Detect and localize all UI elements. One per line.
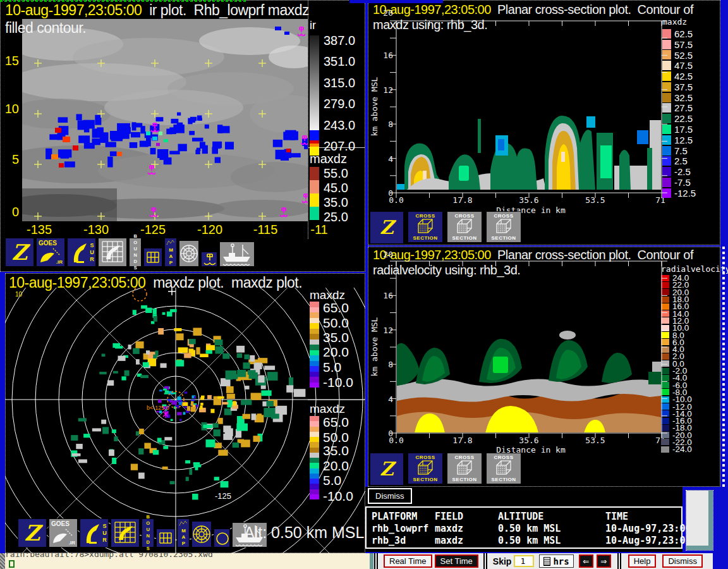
set-time-button[interactable]: Set Time: [435, 554, 478, 568]
terminal-window[interactable]: rain:beaufait:78>xdump.all 970810.2305.x…: [5, 553, 370, 569]
step-forward-button[interactable]: ⇒: [597, 554, 611, 568]
toolbar-icon-map[interactable]: MAP: [177, 518, 190, 548]
skip-input[interactable]: [514, 555, 534, 567]
scrollbar-widget[interactable]: [686, 491, 713, 550]
toolbar-icon-gridradar[interactable]: [98, 238, 127, 267]
range-rings-icon: [192, 522, 211, 547]
cross-label: CROSS: [494, 213, 514, 219]
toolbar-icon-sur[interactable]: SUR: [80, 518, 109, 548]
tick-label: 5: [12, 152, 19, 167]
section-label: SECTION: [452, 477, 476, 482]
toolbar-icon-sur[interactable]: SUR: [67, 238, 96, 267]
ir-toolbar: ZGOES.IRSURBOUNDSMAP: [5, 238, 255, 267]
tick-label: -10.0: [323, 489, 353, 504]
toolbar-icon-map[interactable]: MAP: [164, 238, 177, 267]
resize-grip[interactable]: [0, 553, 5, 569]
toolbar-icon-grid[interactable]: [156, 529, 175, 548]
toolbar-icon-z[interactable]: Z: [18, 518, 47, 548]
step-back-button[interactable]: ⇐: [579, 554, 593, 568]
toolbar-icon-bounds[interactable]: BOUNDS: [142, 518, 154, 548]
ppi-colorbar-divider: [308, 400, 365, 400]
status-table-row: rhb_3dmaxdz0.50 km MSL10-Aug-97,23:01:16: [372, 535, 681, 547]
tick-label: 351.0: [324, 54, 355, 69]
colorbar-value: 22.5: [674, 113, 693, 124]
tick-label: 0: [12, 205, 19, 219]
range-rings-icon: [179, 241, 198, 266]
section-label: SECTION: [491, 477, 516, 482]
tick-label: 45.0: [324, 181, 348, 195]
ppi-colorbar1-ticks: 65.050.035.020.05.0-10.0: [323, 297, 365, 392]
colorbar-value: -24.0: [672, 444, 692, 454]
tick-label: 20: [383, 8, 393, 18]
colorbar-value: 17.5: [674, 124, 693, 135]
tick-label: 35.0: [323, 443, 349, 458]
section-label: SECTION: [452, 235, 476, 241]
ir-title-line1: 10-aug-1997,23:05:00 ir plot. Rhb_lowprf…: [5, 2, 309, 19]
hrs-button[interactable]: hrs: [539, 554, 573, 568]
ir-colorbar-ticks: 387.0351.0315.0279.0243.0207.0: [324, 0, 364, 272]
tick-label: 279.0: [324, 97, 355, 111]
cross-section-button[interactable]: CROSSSECTION: [408, 453, 443, 484]
hrs-button-label: hrs: [553, 556, 569, 566]
tick-label: 5.0: [323, 473, 341, 488]
ir-maxdz-ticks: 55.045.035.025.0: [324, 158, 364, 228]
ppi-colorbar2-ticks: 65.050.035.020.05.0-10.0: [323, 414, 365, 506]
plot-axes: [387, 260, 672, 442]
cube-icon: [494, 460, 513, 477]
svg-text:10: 10: [15, 291, 23, 298]
terminal-cursor: [9, 560, 15, 568]
cross-section-button[interactable]: CROSSSECTION: [447, 453, 482, 484]
svg-text:b<-125.0: b<-125.0: [147, 405, 169, 411]
tick-label: -120: [197, 223, 222, 237]
zebra-logo-button[interactable]: Z: [370, 453, 404, 486]
grid-icon: [145, 251, 161, 264]
tick-label: -125: [140, 223, 166, 237]
arrow-right-icon: ⇒: [600, 557, 607, 566]
colorbar-value: -2.5: [674, 166, 691, 177]
cube-icon: [455, 219, 474, 235]
satellite-image[interactable]: [22, 19, 308, 221]
grid-icon: [158, 532, 173, 544]
toolbar-icon-bounds[interactable]: BOUNDS: [129, 238, 142, 267]
tick-label: 20.0: [323, 458, 349, 474]
arrow-left-icon: ⇐: [583, 557, 589, 566]
toolbar-icon-goes[interactable]: GOES.IR: [36, 238, 65, 267]
circle-icon: [214, 529, 229, 548]
toolbar-icon-circle[interactable]: [214, 529, 230, 548]
cross-section-button[interactable]: CROSSSECTION: [486, 211, 521, 243]
cube-icon: [494, 219, 513, 235]
toolbar-icon-goes[interactable]: GOES.IR: [49, 518, 78, 548]
colorbar-value: 62.5: [674, 28, 693, 39]
colorbar-value: -12.5: [674, 188, 696, 199]
tick-label: 55.0: [324, 166, 348, 181]
status-dismiss-button[interactable]: Dismiss: [368, 488, 412, 504]
zebra-logo-button[interactable]: Z: [370, 211, 404, 244]
tick-label: 315.0: [324, 76, 355, 90]
toolbar-icon-grid[interactable]: [143, 248, 162, 267]
colorbar-value: 47.5: [674, 60, 693, 71]
cross-label: CROSS: [455, 455, 475, 460]
zebra-logo-icon: Z: [380, 460, 394, 479]
real-time-button[interactable]: Real Time: [384, 554, 432, 568]
toolbar-icon-buoy[interactable]: [201, 252, 217, 267]
tick-label: -115: [253, 223, 278, 237]
cross-label: CROSS: [455, 213, 475, 219]
tick-label: 387.0: [324, 34, 355, 48]
toolbar-icon-rings[interactable]: [179, 240, 199, 267]
dismiss-button[interactable]: Dismiss: [662, 554, 703, 568]
cross-section-button[interactable]: CROSSSECTION: [408, 211, 443, 243]
toolbar-icon-ship[interactable]: [219, 242, 255, 267]
toolbar-icon-gridradar[interactable]: [111, 518, 140, 548]
tick-label: 65.0: [323, 415, 349, 430]
cross-section-button[interactable]: CROSSSECTION: [447, 211, 482, 243]
ir-title-line2: filled contour.: [5, 20, 86, 37]
colorbar-value: 2.5: [674, 156, 688, 166]
colorbar-swatch: [661, 446, 669, 453]
status-cell: maxdz: [435, 523, 498, 535]
help-button[interactable]: Help: [628, 554, 657, 568]
toolbar-icon-z[interactable]: Z: [5, 238, 34, 267]
colorbar-value: 32.5: [674, 92, 693, 103]
toolbar-icon-rings[interactable]: [191, 521, 212, 548]
cross-section-button[interactable]: CROSSSECTION: [486, 453, 521, 484]
status-col-header: PLATFORM: [372, 511, 435, 523]
